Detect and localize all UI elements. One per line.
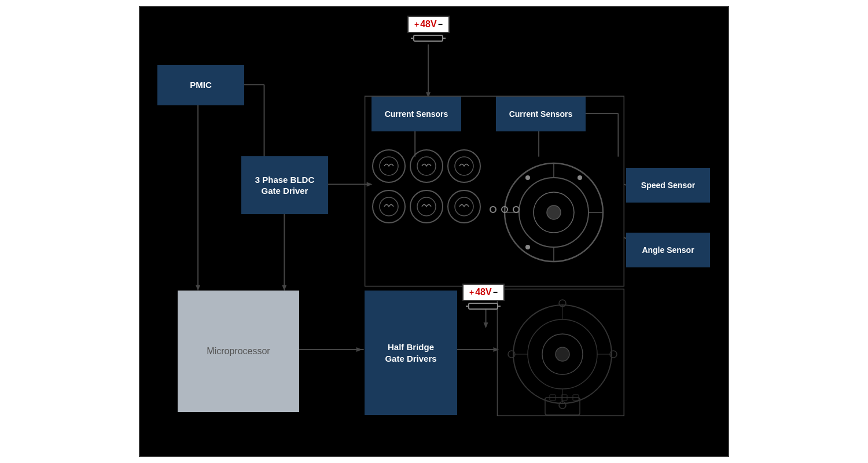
svg-point-55 [502, 207, 507, 212]
svg-point-56 [513, 207, 519, 212]
svg-marker-20 [196, 285, 200, 291]
gate-driver-3phase-block: 3 Phase BLDCGate Driver [241, 156, 328, 214]
svg-point-46 [547, 205, 561, 219]
svg-marker-23 [484, 322, 488, 328]
svg-point-51 [525, 175, 530, 180]
svg-rect-28 [469, 303, 498, 309]
diagram-container: PMIC 3 Phase BLDCGate Driver Microproces… [0, 0, 868, 463]
angle-sensor-block: Angle Sensor [626, 233, 710, 267]
phase-dots-svg [487, 204, 522, 215]
half-bridge-block: Half BridgeGate Drivers [365, 291, 457, 415]
battery-top: + 48V − [407, 16, 450, 43]
svg-rect-25 [414, 35, 443, 41]
current-sensor-2-block: Current Sensors [496, 97, 586, 131]
speed-sensor-block: Speed Sensor [626, 168, 710, 203]
svg-point-54 [490, 207, 496, 212]
battery-bottom: + 48V − [462, 284, 505, 311]
svg-marker-8 [282, 285, 286, 291]
second-motor-svg [499, 291, 626, 418]
motor-top-svg [369, 140, 484, 233]
svg-point-52 [578, 175, 582, 180]
svg-marker-12 [493, 347, 499, 352]
current-sensor-1-block: Current Sensors [372, 97, 461, 131]
microprocessor-block: Microprocessor [178, 291, 299, 412]
pmic-block: PMIC [157, 65, 244, 105]
diagram-area: PMIC 3 Phase BLDCGate Driver Microproces… [139, 6, 729, 457]
svg-point-53 [525, 245, 530, 249]
svg-point-60 [556, 347, 569, 361]
svg-marker-10 [356, 347, 362, 352]
